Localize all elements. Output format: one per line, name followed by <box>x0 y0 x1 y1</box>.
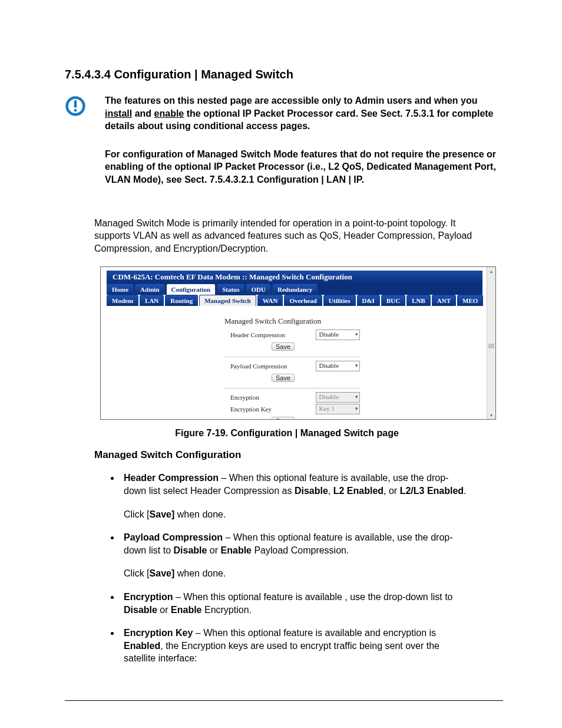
label-encryption: Encryption <box>224 394 316 401</box>
scrollbar-down-icon[interactable]: ▾ <box>487 411 495 419</box>
tab-buc[interactable]: BUC <box>381 295 405 306</box>
save-button[interactable]: Save <box>272 374 295 382</box>
txt: . <box>464 486 466 496</box>
txt: Enabled <box>124 641 160 651</box>
footer-divider <box>65 700 503 701</box>
subheading: Managed Switch Configuration <box>94 449 503 461</box>
txt: Enable <box>171 605 201 615</box>
tab-redundancy[interactable]: Redundancy <box>272 284 318 295</box>
tab-dni[interactable]: D&I <box>357 295 380 306</box>
txt: L2 Enabled <box>333 486 384 496</box>
feature-list: Header Compression – When this optional … <box>106 472 468 665</box>
tab-utilities[interactable]: Utilities <box>323 295 356 306</box>
label-encryption-key: Encryption Key <box>224 406 316 413</box>
txt: or <box>207 545 220 555</box>
select-payload-compression[interactable]: Disable <box>316 361 360 371</box>
txt: when done. <box>174 568 226 578</box>
tab-ant[interactable]: ANT <box>432 295 456 306</box>
admonition-text: The features on this nested page are acc… <box>100 94 503 202</box>
tab-lnb[interactable]: LNB <box>406 295 431 306</box>
select-encryption-key[interactable]: Key 1 <box>316 404 360 414</box>
txt: Click [ <box>124 568 150 578</box>
txt: For configuration of Managed Switch Mode… <box>105 148 503 186</box>
tab-routing[interactable]: Routing <box>165 295 198 306</box>
tab-row-secondary: Modem LAN Routing Managed Switch WAN Ove… <box>107 295 482 306</box>
select-encryption[interactable]: Disable <box>316 392 360 403</box>
save-button[interactable]: Save <box>272 342 295 351</box>
txt: or <box>157 605 171 615</box>
svg-rect-1 <box>74 100 77 108</box>
txt: Header Compression <box>124 473 219 483</box>
txt: Save] <box>150 568 175 578</box>
list-item: Encryption Key – When this optional feat… <box>120 627 468 665</box>
txt: install <box>105 108 132 118</box>
txt: The features on this nested page are acc… <box>105 95 477 106</box>
txt: Encryption Key <box>124 628 193 638</box>
tab-status[interactable]: Status <box>217 284 244 295</box>
list-item: Header Compression – When this optional … <box>120 472 468 521</box>
form-title: Managed Switch Configuration <box>224 317 477 326</box>
tab-configuration[interactable]: Configuration <box>166 284 216 295</box>
txt: , or <box>384 486 400 496</box>
tab-modem[interactable]: Modem <box>107 295 138 306</box>
tab-odu[interactable]: ODU <box>246 284 270 295</box>
tab-admin[interactable]: Admin <box>135 284 164 295</box>
tab-home[interactable]: Home <box>107 284 134 295</box>
txt: Click [ <box>124 509 150 519</box>
section-heading: 7.5.4.3.4 Configuration | Managed Switch <box>65 68 503 81</box>
scrollbar[interactable]: ▴ ▾ <box>487 267 495 419</box>
txt: – When this optional feature is availabl… <box>193 628 436 638</box>
txt: Save] <box>150 509 175 519</box>
screenshot-figure: ▴ ▾ CDM-625A: Comtech EF Data Modem :: M… <box>100 266 496 420</box>
label-payload-compression: Payload Compression <box>224 363 316 370</box>
form-panel: Managed Switch Configuration Header Comp… <box>107 306 482 420</box>
txt: – When this optional feature is availabl… <box>173 592 453 602</box>
txt: Payload Compression. <box>252 545 349 555</box>
txt: , <box>328 486 333 496</box>
intro-paragraph: Managed Switch Mode is primarily intende… <box>94 217 474 255</box>
txt: Payload Compression <box>124 532 223 542</box>
save-button[interactable]: Save <box>272 417 295 420</box>
tab-row-primary: Home Admin Configuration Status ODU Redu… <box>107 284 482 295</box>
txt: when done. <box>174 509 226 519</box>
txt: Encryption. <box>202 605 252 615</box>
txt: , the Encryption keys are used to encryp… <box>124 641 439 664</box>
scrollbar-up-icon[interactable]: ▴ <box>487 267 495 275</box>
scrollbar-thumb[interactable] <box>488 344 494 348</box>
select-header-compression[interactable]: Disable <box>316 330 360 340</box>
tab-overhead[interactable]: Overhead <box>284 295 322 306</box>
txt: Disable <box>295 486 328 496</box>
list-item: Encryption – When this optional feature … <box>120 591 468 616</box>
label-header-compression: Header Compression <box>224 331 316 338</box>
tab-wan[interactable]: WAN <box>257 295 283 306</box>
txt: enable <box>154 108 184 118</box>
txt: Disable <box>173 545 207 555</box>
figure-caption: Figure 7-19. Configuration | Managed Swi… <box>77 428 497 439</box>
window-titlebar: CDM-625A: Comtech EF Data Modem :: Manag… <box>107 271 482 284</box>
txt: Disable <box>124 605 157 615</box>
tab-lan[interactable]: LAN <box>140 295 164 306</box>
tab-meo[interactable]: MEO <box>457 295 483 306</box>
list-item: Payload Compression – When this optional… <box>120 531 468 580</box>
txt: L2/L3 Enabled <box>400 486 464 496</box>
txt: and <box>132 108 154 118</box>
txt: Encryption <box>124 592 173 602</box>
tab-managed-switch[interactable]: Managed Switch <box>199 295 256 306</box>
svg-point-2 <box>74 109 77 112</box>
txt: Enable <box>221 545 252 555</box>
admonition-block: The features on this nested page are acc… <box>65 94 503 202</box>
info-icon <box>65 95 86 117</box>
